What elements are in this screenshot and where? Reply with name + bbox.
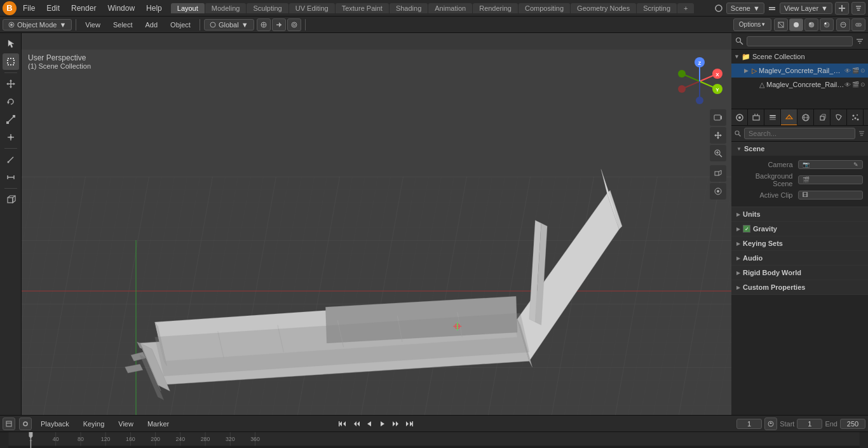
- scene-section-header[interactable]: ▼ Scene: [731, 142, 868, 156]
- current-frame-input[interactable]: 1: [736, 419, 762, 429]
- select-tool[interactable]: [3, 53, 19, 70]
- active-clip-value[interactable]: 🎞: [798, 191, 864, 200]
- item2-render-icon[interactable]: ⊙: [860, 81, 865, 88]
- new-scene-btn[interactable]: [835, 2, 849, 15]
- perspective-btn[interactable]: [710, 165, 726, 182]
- select-menu[interactable]: Select: [108, 20, 138, 30]
- camera-value[interactable]: 📷 ✎: [798, 160, 864, 169]
- view-layer-selector[interactable]: View Layer ▼: [780, 3, 832, 14]
- prop-filter-icon[interactable]: [858, 130, 865, 137]
- measure-tool[interactable]: [3, 169, 19, 186]
- object-menu[interactable]: Object: [165, 20, 196, 30]
- keying-menu[interactable]: Keying: [78, 419, 110, 429]
- frame-sync-btn[interactable]: [764, 417, 777, 430]
- item2-camera-icon[interactable]: 🎬: [852, 81, 859, 88]
- tab-add[interactable]: +: [677, 3, 694, 13]
- outliner-search[interactable]: [747, 36, 853, 46]
- rigid-body-header[interactable]: ▶ Rigid Body World: [731, 266, 868, 280]
- menu-edit[interactable]: Edit: [41, 3, 65, 14]
- camera-view-btn[interactable]: [710, 109, 726, 126]
- view-menu[interactable]: View: [80, 20, 105, 30]
- pan-btn[interactable]: [710, 127, 726, 144]
- audio-header[interactable]: ▶ Audio: [731, 251, 868, 265]
- start-frame-input[interactable]: 1: [797, 419, 822, 429]
- filter-btn[interactable]: [851, 2, 865, 15]
- playback-menu[interactable]: Playback: [36, 419, 74, 429]
- custom-props-header[interactable]: ▶ Custom Properties: [731, 280, 868, 294]
- tab-uv-editing[interactable]: UV Editing: [289, 3, 335, 13]
- prop-tab-particles[interactable]: [847, 109, 864, 126]
- prop-tab-scene[interactable]: [781, 109, 797, 126]
- properties-search[interactable]: [744, 128, 855, 139]
- prop-tab-render[interactable]: [731, 109, 748, 126]
- prop-tab-output[interactable]: [748, 109, 764, 126]
- menu-file[interactable]: File: [18, 3, 40, 14]
- local-view-btn[interactable]: [710, 183, 726, 200]
- timeline-type-btn[interactable]: [3, 417, 15, 430]
- outliner-item-1[interactable]: ▶ ▷ Maglev_Concrete_Rail_Sectio 👁 🎬 ⊙: [731, 64, 868, 78]
- menu-window[interactable]: Window: [102, 3, 140, 14]
- snap-toggle[interactable]: [257, 18, 271, 31]
- snap-options[interactable]: [272, 18, 286, 31]
- tab-layout[interactable]: Layout: [171, 3, 205, 13]
- step-back-btn[interactable]: [350, 418, 362, 430]
- rotate-tool[interactable]: [3, 93, 19, 110]
- object-mode-selector[interactable]: Object Mode ▼: [3, 19, 72, 31]
- tab-geometry-nodes[interactable]: Geometry Nodes: [571, 3, 636, 13]
- gravity-header[interactable]: ▶ ✓ Gravity: [731, 222, 868, 236]
- scene-selector[interactable]: Scene ▼: [726, 3, 764, 14]
- cursor-tool[interactable]: [3, 36, 19, 52]
- scale-tool[interactable]: [3, 111, 19, 128]
- scene-settings-icon[interactable]: [714, 3, 724, 13]
- jump-start-btn[interactable]: [337, 418, 348, 430]
- overlay-btn[interactable]: [836, 18, 850, 31]
- end-frame-input[interactable]: 250: [840, 419, 865, 429]
- tab-modeling[interactable]: Modeling: [205, 3, 247, 13]
- gravity-checkbox[interactable]: ✓: [743, 225, 750, 233]
- transform-tool[interactable]: [3, 129, 19, 146]
- units-section-header[interactable]: ▶ Units: [731, 207, 868, 221]
- item2-visibility-icon[interactable]: 👁: [844, 81, 851, 88]
- options-btn[interactable]: Options ▼: [733, 18, 771, 31]
- tab-animation[interactable]: Animation: [428, 3, 472, 13]
- move-tool[interactable]: [3, 76, 19, 92]
- view-menu-timeline[interactable]: View: [113, 419, 139, 429]
- play-btn[interactable]: [377, 418, 388, 430]
- item1-camera-icon[interactable]: 🎬: [852, 67, 859, 74]
- play-reverse-btn[interactable]: [363, 418, 375, 430]
- menu-render[interactable]: Render: [66, 3, 101, 14]
- marker-menu[interactable]: Marker: [142, 419, 174, 429]
- tab-sculpting[interactable]: Sculpting: [247, 3, 288, 13]
- wireframe-btn[interactable]: [774, 18, 788, 31]
- prop-tab-modifier[interactable]: [831, 109, 847, 126]
- proportional-edit[interactable]: [287, 18, 301, 31]
- bg-scene-value[interactable]: 🎬: [798, 175, 864, 184]
- menu-help[interactable]: Help: [141, 3, 167, 14]
- item1-render-icon[interactable]: ⊙: [860, 67, 865, 74]
- viewport-gizmo[interactable]: X Y Z: [674, 56, 725, 107]
- annotate-tool[interactable]: [3, 151, 19, 168]
- viewport[interactable]: User Perspective (1) Scene Collection X …: [22, 33, 731, 415]
- rendered-btn[interactable]: [820, 18, 834, 31]
- tab-rendering[interactable]: Rendering: [473, 3, 518, 13]
- tab-shading[interactable]: Shading: [390, 3, 428, 13]
- outliner-filter-icon[interactable]: [855, 37, 864, 46]
- tab-texture-paint[interactable]: Texture Paint: [336, 3, 389, 13]
- transform-space[interactable]: Global ▼: [204, 19, 254, 31]
- tab-scripting[interactable]: Scripting: [637, 3, 677, 13]
- item1-visibility-icon[interactable]: 👁: [844, 67, 851, 74]
- add-cube-tool[interactable]: [3, 191, 19, 208]
- prop-tab-view-layer[interactable]: [764, 109, 781, 126]
- prop-tab-world[interactable]: [797, 109, 814, 126]
- outliner-item-2[interactable]: △ Maglev_Concrete_Rail_Se 👁 🎬 ⊙: [731, 78, 868, 92]
- jump-end-btn[interactable]: [403, 418, 415, 430]
- xray-btn[interactable]: [851, 18, 865, 31]
- keying-sets-header[interactable]: ▶ Keying Sets: [731, 236, 868, 250]
- prop-tab-object[interactable]: [814, 109, 831, 126]
- tab-compositing[interactable]: Compositing: [519, 3, 570, 13]
- blender-logo[interactable]: B: [3, 1, 17, 15]
- layer-settings-icon[interactable]: [767, 3, 777, 13]
- material-btn[interactable]: [804, 18, 818, 31]
- add-menu[interactable]: Add: [140, 20, 163, 30]
- solid-btn[interactable]: [789, 18, 803, 31]
